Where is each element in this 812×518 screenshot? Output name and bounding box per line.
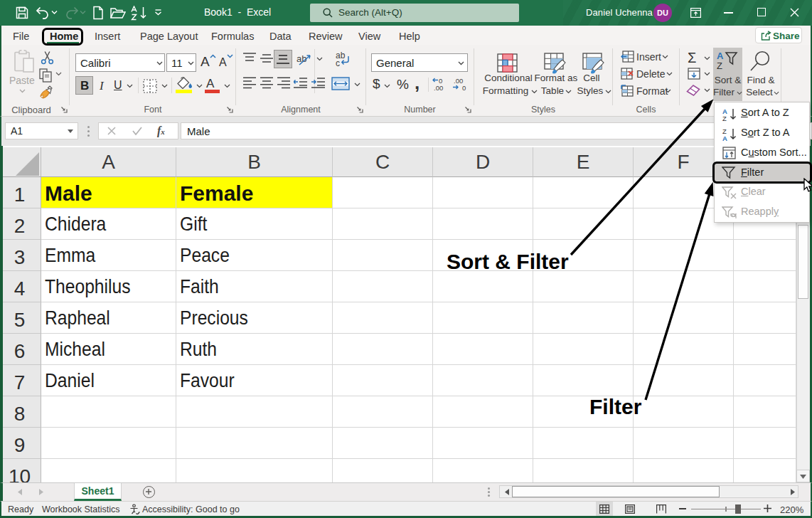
svg-text:A: A [722, 134, 727, 142]
svg-text:.00: .00 [434, 84, 443, 91]
svg-text:c: c [336, 58, 340, 68]
svg-text:A: A [717, 51, 724, 61]
svg-text:Z: Z [717, 60, 722, 71]
svg-text:0: 0 [462, 84, 466, 91]
svg-text:Z: Z [722, 115, 727, 122]
